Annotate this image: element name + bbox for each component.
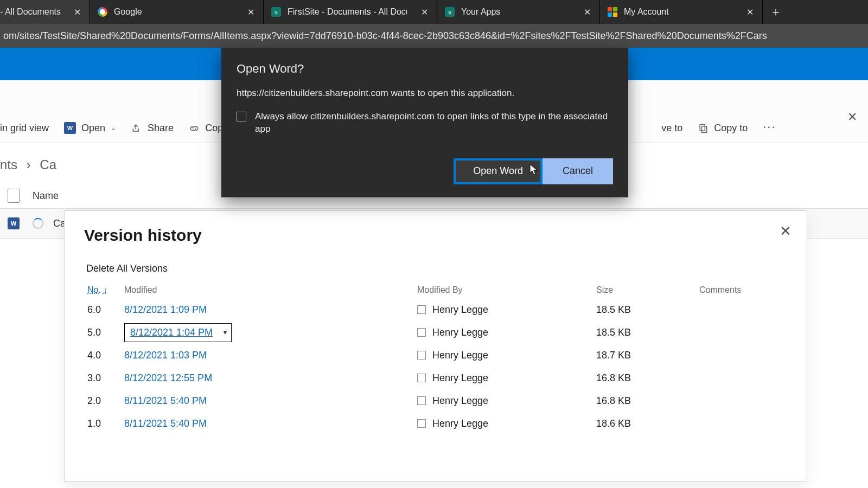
table-row[interactable]: 2.08/11/2021 5:40 PMHenry Legge16.8 KB	[87, 389, 782, 412]
version-number: 5.0	[87, 327, 124, 338]
version-date: 8/12/2021 1:04 PM	[130, 327, 213, 338]
tab-title: Your Apps	[461, 7, 500, 17]
col-no[interactable]: No. ↓	[87, 285, 124, 295]
version-size: 18.6 KB	[596, 418, 699, 429]
dialog-message: https://citizenbuilders.sharepoint.com w…	[237, 88, 613, 99]
user-name[interactable]: Henry Legge	[432, 418, 488, 429]
chevron-right-icon: ›	[27, 157, 31, 172]
chevron-down-icon: ▾	[224, 329, 227, 336]
file-type-column-icon	[8, 189, 20, 203]
col-modified[interactable]: Modified	[124, 285, 417, 295]
more-icon: ···	[763, 120, 776, 134]
modified-by: Henry Legge	[417, 327, 596, 338]
edit-in-grid-view-button[interactable]: in grid view	[0, 123, 49, 134]
version-size: 16.8 KB	[596, 373, 699, 384]
table-row[interactable]: 4.08/12/2021 1:03 PMHenry Legge18.7 KB	[87, 344, 782, 367]
panel-title: Version history	[84, 226, 807, 245]
user-name[interactable]: Henry Legge	[432, 373, 488, 384]
tab-title: FirstSite - Documents - All Docum	[288, 7, 407, 17]
microsoft-icon	[608, 7, 617, 17]
modified-by: Henry Legge	[417, 373, 596, 384]
checkbox[interactable]	[417, 328, 426, 337]
version-number: 2.0	[87, 395, 124, 407]
new-tab-button[interactable]: ＋	[763, 0, 789, 24]
close-icon[interactable]: ✕	[419, 7, 429, 17]
version-number: 3.0	[87, 373, 124, 384]
breadcrumb-item[interactable]: Ca	[40, 157, 56, 172]
open-button[interactable]: W Open ⌄	[64, 122, 116, 134]
checkbox[interactable]	[417, 351, 426, 359]
user-name[interactable]: Henry Legge	[432, 304, 488, 316]
column-name[interactable]: Name	[33, 190, 59, 202]
close-icon[interactable]: ✕	[72, 7, 82, 17]
svg-rect-1	[702, 126, 707, 132]
open-word-dialog: Open Word? https://citizenbuilders.share…	[221, 48, 628, 197]
version-date-dropdown[interactable]: 8/12/2021 1:04 PM▾	[124, 323, 232, 342]
copy-link-button[interactable]: Cop	[189, 123, 223, 134]
word-icon: W	[8, 217, 20, 229]
col-size[interactable]: Size	[596, 285, 699, 295]
version-date-link[interactable]: 8/12/2021 1:03 PM	[124, 350, 417, 361]
tab-title: Google	[114, 7, 142, 17]
user-name[interactable]: Henry Legge	[432, 350, 488, 361]
table-header: No. ↓ Modified Modified By Size Comments	[87, 285, 782, 298]
version-size: 18.7 KB	[596, 350, 699, 361]
table-row[interactable]: 3.08/12/2021 12:55 PMHenry Legge16.8 KB	[87, 367, 782, 389]
version-date-link[interactable]: 8/11/2021 5:40 PM	[124, 395, 417, 407]
address-bar[interactable]: om/sites/TestSite/Shared%20Documents/For…	[0, 24, 868, 48]
label: Cop	[205, 123, 223, 134]
copy-icon	[698, 123, 709, 134]
mouse-cursor-icon	[529, 164, 538, 176]
move-to-button[interactable]: ve to	[661, 123, 682, 134]
version-date-link[interactable]: 8/12/2021 12:55 PM	[124, 373, 417, 384]
close-icon[interactable]: ✕	[246, 7, 256, 17]
close-icon[interactable]: ✕	[780, 223, 792, 240]
tab-your-apps[interactable]: s Your Apps ✕	[437, 0, 600, 24]
tab-title: My Account	[624, 7, 669, 17]
table-row[interactable]: 5.08/12/2021 1:04 PM▾Henry Legge18.5 KB	[87, 321, 782, 344]
sort-desc-icon: ↓	[103, 285, 107, 295]
tab-all-documents[interactable]: - All Documents ✕	[0, 0, 90, 24]
version-date-link[interactable]: 8/11/2021 5:40 PM	[124, 418, 417, 429]
user-name[interactable]: Henry Legge	[432, 327, 488, 338]
browser-tab-strip: - All Documents ✕ Google ✕ s FirstSite -…	[0, 0, 868, 24]
close-panel-button[interactable]: ✕	[847, 110, 857, 124]
close-icon[interactable]: ✕	[582, 7, 592, 17]
tab-my-account[interactable]: My Account ✕	[600, 0, 763, 24]
cancel-button[interactable]: Cancel	[542, 158, 613, 184]
label: Open	[81, 123, 105, 134]
version-number: 1.0	[87, 418, 124, 429]
label: in grid view	[0, 123, 49, 134]
delete-all-versions-link[interactable]: Delete All Versions	[86, 263, 168, 274]
sharepoint-icon: s	[445, 7, 455, 17]
col-modifiedby[interactable]: Modified By	[417, 285, 596, 295]
share-button[interactable]: Share	[131, 123, 174, 134]
checkbox[interactable]	[237, 112, 246, 121]
table-row[interactable]: 6.08/12/2021 1:09 PMHenry Legge18.5 KB	[87, 298, 782, 321]
copy-to-button[interactable]: Copy to	[698, 123, 748, 134]
checkbox[interactable]	[417, 374, 426, 382]
tab-firstsite[interactable]: s FirstSite - Documents - All Docum ✕	[264, 0, 437, 24]
checkbox[interactable]	[417, 305, 426, 314]
breadcrumb-item[interactable]: nts	[0, 157, 17, 172]
col-comments[interactable]: Comments	[699, 285, 782, 295]
checkbox[interactable]	[417, 396, 426, 405]
always-allow-label: Always allow citizenbuilders.sharepoint.…	[255, 111, 613, 136]
word-icon: W	[64, 122, 76, 134]
close-icon[interactable]: ✕	[745, 7, 755, 17]
tab-google[interactable]: Google ✕	[90, 0, 264, 24]
checkbox[interactable]	[417, 419, 426, 428]
user-name[interactable]: Henry Legge	[432, 395, 488, 407]
dialog-buttons: Open Word Cancel	[237, 158, 613, 184]
link-icon	[189, 123, 200, 134]
dialog-title: Open Word?	[237, 62, 613, 76]
modified-by: Henry Legge	[417, 395, 596, 407]
version-size: 18.5 KB	[596, 327, 699, 338]
loading-spinner-icon	[33, 218, 43, 229]
version-number: 6.0	[87, 304, 124, 316]
more-actions-button[interactable]: ···	[763, 120, 776, 134]
always-allow-row[interactable]: Always allow citizenbuilders.sharepoint.…	[237, 111, 613, 136]
version-date-link[interactable]: 8/12/2021 1:09 PM	[124, 304, 417, 316]
table-row[interactable]: 1.08/11/2021 5:40 PMHenry Legge18.6 KB	[87, 412, 782, 435]
version-history-panel: ✕ Version history Delete All Versions No…	[64, 210, 807, 481]
